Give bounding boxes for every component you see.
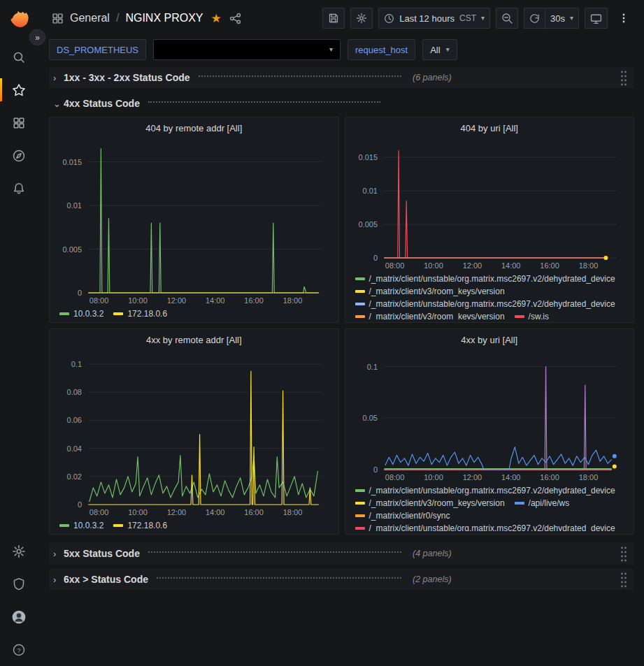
svg-text:12:00: 12:00 <box>462 473 482 482</box>
legend-item[interactable]: /_matrix/client/unstable/org.matrix.msc2… <box>355 298 615 310</box>
chart-legend: /_matrix/client/unstable/org.matrix.msc2… <box>351 484 629 531</box>
request-host-label-text: request_host <box>355 45 408 55</box>
legend-item[interactable]: /_matrix/client/v3/room_keys/version <box>355 311 505 319</box>
legend-item[interactable]: 172.18.0.6 <box>113 520 167 531</box>
legend-item[interactable]: /api/live/ws <box>515 498 570 509</box>
sidebar-item-help[interactable]: ? <box>0 633 38 666</box>
top-navbar: General / NGINX PROXY ★ <box>38 0 644 36</box>
legend-label: /_matrix/client/v3/room_keys/version <box>369 311 505 319</box>
zoom-out-time-button[interactable] <box>496 8 518 29</box>
sidebar-item-search[interactable] <box>0 41 38 73</box>
legend-item[interactable]: /_matrix/client/unstable/org.matrix.msc2… <box>355 523 615 531</box>
sidebar-item-profile[interactable] <box>0 600 38 633</box>
star-icon <box>12 83 26 97</box>
row-header-5xx[interactable]: › 5xx Status Code (4 panels) <box>49 543 634 564</box>
row-drag-handle[interactable] <box>617 545 630 562</box>
svg-text:10:00: 10:00 <box>424 261 443 270</box>
row-drag-handle[interactable] <box>617 69 630 86</box>
gear-icon <box>356 13 367 24</box>
row-header-1xx-3xx-2xx[interactable]: › 1xx - 3xx - 2xx Status Code (6 panels) <box>49 67 634 88</box>
save-dashboard-button[interactable] <box>322 8 345 29</box>
chevron-down-icon: ▾ <box>481 15 485 22</box>
sidebar-item-configuration[interactable] <box>0 535 38 567</box>
row-title: 5xx Status Code <box>64 548 140 559</box>
legend-swatch <box>355 489 365 492</box>
share-icon[interactable] <box>229 13 241 24</box>
panel-title[interactable]: 404 by remote addr [All] <box>55 120 333 137</box>
legend-item[interactable]: /_matrix/client/r0/sync <box>355 510 450 521</box>
datasource-variable-select[interactable]: ▾ <box>153 39 341 60</box>
refresh-button[interactable] <box>524 8 545 29</box>
row-header-6xx[interactable]: › 6xx > Status Code (2 panels) <box>49 569 634 590</box>
request-host-variable-label[interactable]: request_host <box>348 39 415 60</box>
breadcrumb: General / NGINX PROXY ★ <box>52 11 241 26</box>
svg-text:0.1: 0.1 <box>366 363 377 371</box>
panel-4xx-by-remote-addr: 4xx by remote addr [All] 00.020.040.060.… <box>49 328 339 535</box>
timeseries-chart-4xx-by-uri[interactable]: 00.050.108:0010:0012:0014:0016:0018:00 <box>351 349 629 484</box>
sidebar-item-starred[interactable] <box>0 73 38 106</box>
svg-text:0.005: 0.005 <box>62 245 82 254</box>
dotted-leader <box>148 551 401 553</box>
svg-text:16:00: 16:00 <box>540 261 559 270</box>
dashboard-settings-button[interactable] <box>350 8 373 29</box>
breadcrumb-folder[interactable]: General <box>70 12 110 24</box>
row-drag-handle[interactable] <box>617 571 630 588</box>
legend-item[interactable]: /_matrix/client/unstable/org.matrix.msc2… <box>355 485 615 496</box>
sidebar-item-server-admin[interactable] <box>0 567 38 600</box>
legend-item[interactable]: 10.0.3.2 <box>59 308 103 319</box>
legend-item[interactable]: /sw.js <box>515 311 549 319</box>
double-chevron-right-icon: » <box>35 34 40 42</box>
refresh-interval-dropdown[interactable]: 30s ▾ <box>545 8 579 29</box>
svg-text:18:00: 18:00 <box>578 261 598 270</box>
svg-text:16:00: 16:00 <box>540 473 559 482</box>
panel-count: (4 panels) <box>413 549 452 558</box>
time-range-label: Last 12 hours <box>399 13 455 24</box>
legend-item[interactable]: /_matrix/client/unstable/org.matrix.msc2… <box>355 273 615 284</box>
svg-text:08:00: 08:00 <box>385 473 404 482</box>
legend-label: /_matrix/client/unstable/org.matrix.msc2… <box>369 485 615 496</box>
timeseries-chart-4xx-by-remote-addr[interactable]: 00.020.040.060.080.108:0010:0012:0014:00… <box>55 349 333 519</box>
row-header-4xx[interactable]: ⌄ 4xx Status Code <box>49 93 634 114</box>
tv-mode-button[interactable] <box>585 8 608 29</box>
legend-item[interactable]: /_matrix/client/v3/room_keys/version <box>355 286 505 297</box>
panel-title[interactable]: 4xx by remote addr [All] <box>55 332 333 349</box>
panel-title[interactable]: 4xx by uri [All] <box>351 332 629 349</box>
datasource-variable-label[interactable]: DS_PROMETHEUS <box>49 39 146 60</box>
sidebar-item-alerting[interactable] <box>0 172 38 205</box>
legend-label: /_matrix/client/unstable/org.matrix.msc2… <box>369 298 615 310</box>
apps-grid-icon <box>52 13 64 24</box>
panel-title[interactable]: 404 by uri [All] <box>351 120 629 137</box>
refresh-button-group: 30s ▾ <box>524 8 579 29</box>
legend-label: 10.0.3.2 <box>73 520 103 531</box>
legend-item[interactable]: 172.18.0.6 <box>113 308 167 319</box>
legend-swatch <box>59 524 69 527</box>
drag-dots-icon <box>619 571 629 588</box>
request-host-variable-select[interactable]: All ▾ <box>422 39 457 60</box>
svg-text:0.005: 0.005 <box>358 220 378 229</box>
legend-item[interactable]: /_matrix/client/v3/room_keys/version <box>355 498 505 509</box>
legend-label: /sw.js <box>529 311 549 319</box>
sidebar-item-explore[interactable] <box>0 139 38 172</box>
main-area: General / NGINX PROXY ★ <box>38 0 644 666</box>
timeseries-chart-404-by-remote-addr[interactable]: 00.0050.010.01508:0010:0012:0014:0016:00… <box>55 137 333 307</box>
bell-icon <box>12 182 26 196</box>
svg-text:12:00: 12:00 <box>462 261 482 270</box>
svg-text:0: 0 <box>373 254 377 262</box>
sidebar-item-dashboards[interactable] <box>0 106 38 139</box>
legend-label: 172.18.0.6 <box>127 520 167 531</box>
dashboard-title[interactable]: NGINX PROXY <box>125 12 203 24</box>
timeseries-chart-404-by-uri[interactable]: 00.0050.010.01508:0010:0012:0014:0016:00… <box>351 137 629 272</box>
dotted-leader <box>157 577 401 579</box>
svg-text:0: 0 <box>78 289 82 297</box>
svg-text:18:00: 18:00 <box>283 296 303 305</box>
sidebar-expand-button[interactable]: » <box>29 29 45 45</box>
more-options-button[interactable] <box>613 8 634 29</box>
legend-swatch <box>59 312 69 315</box>
legend-item[interactable]: 10.0.3.2 <box>59 520 103 531</box>
svg-text:12:00: 12:00 <box>167 296 187 305</box>
grafana-logo-icon[interactable] <box>7 7 31 31</box>
zoom-out-icon <box>501 13 513 24</box>
favorite-star-icon[interactable]: ★ <box>211 11 222 26</box>
time-range-picker[interactable]: Last 12 hours CST ▾ <box>378 8 490 29</box>
legend-label: /_matrix/client/v3/room_keys/version <box>369 286 505 297</box>
